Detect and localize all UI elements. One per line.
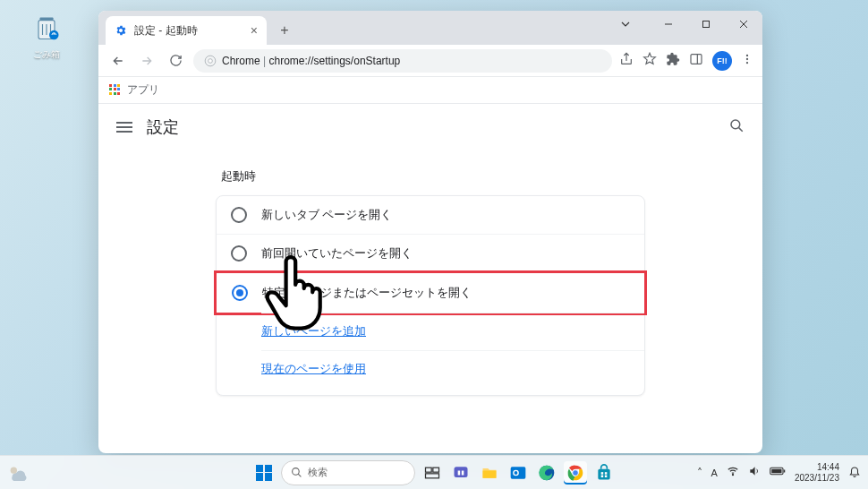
svg-point-9 bbox=[746, 54, 748, 56]
minimize-button[interactable] bbox=[650, 11, 687, 38]
new-tab-button[interactable]: + bbox=[272, 18, 297, 43]
svg-rect-31 bbox=[605, 472, 608, 475]
svg-rect-18 bbox=[433, 468, 439, 472]
extensions-icon[interactable] bbox=[666, 52, 680, 70]
chrome-icon bbox=[204, 55, 217, 67]
settings-content: 設定 起動時 新しいタブ ページを開く 前回開いていたページを開く 特定のページ… bbox=[98, 104, 762, 453]
chrome-menu-icon[interactable] bbox=[741, 53, 753, 69]
date: 2023/11/23 bbox=[795, 473, 839, 484]
option-label: 特定のページまたはページセットを開く bbox=[262, 286, 472, 301]
profile-avatar[interactable]: F!! bbox=[712, 51, 732, 71]
settings-gear-icon bbox=[115, 24, 127, 37]
svg-rect-17 bbox=[426, 468, 432, 472]
startup-card: 新しいタブ ページを開く 前回開いていたページを開く 特定のページまたはページセ… bbox=[216, 195, 645, 396]
browser-tab[interactable]: 設定 - 起動時 × bbox=[106, 16, 267, 45]
page-title: 設定 bbox=[147, 116, 179, 138]
share-icon[interactable] bbox=[619, 52, 634, 70]
svg-rect-29 bbox=[598, 468, 609, 479]
start-button[interactable] bbox=[252, 461, 276, 485]
explorer-icon[interactable] bbox=[478, 461, 501, 485]
option-continue[interactable]: 前回開いていたページを開く bbox=[217, 235, 644, 273]
svg-rect-37 bbox=[784, 470, 786, 473]
section-title: 起動時 bbox=[216, 168, 645, 184]
reload-button[interactable] bbox=[165, 50, 186, 72]
settings-search-button[interactable] bbox=[728, 117, 745, 137]
system-tray: ˄ A 14:44 2023/11/23 bbox=[697, 462, 861, 483]
chat-icon[interactable] bbox=[449, 461, 472, 485]
svg-rect-21 bbox=[483, 470, 497, 477]
address-bar: Chrome | chrome://settings/onStartup F!! bbox=[98, 45, 762, 77]
battery-icon[interactable] bbox=[770, 466, 786, 479]
address-field[interactable]: Chrome | chrome://settings/onStartup bbox=[193, 49, 612, 73]
tray-chevron-icon[interactable]: ˄ bbox=[697, 467, 702, 479]
browser-window: 設定 - 起動時 × + Chrome | chrome://settings/… bbox=[98, 11, 762, 453]
recycle-bin-icon bbox=[30, 11, 63, 43]
menu-button[interactable] bbox=[116, 119, 132, 135]
ime-indicator[interactable]: A bbox=[711, 468, 718, 478]
tab-close-icon[interactable]: × bbox=[251, 23, 258, 38]
radio-checked-icon bbox=[232, 285, 248, 301]
side-panel-icon[interactable] bbox=[689, 52, 703, 70]
svg-line-16 bbox=[298, 474, 301, 476]
radio-icon bbox=[231, 245, 247, 262]
svg-line-13 bbox=[739, 128, 743, 132]
svg-point-12 bbox=[731, 120, 740, 129]
tab-dropdown-button[interactable] bbox=[607, 11, 644, 38]
svg-rect-32 bbox=[601, 475, 604, 477]
forward-button[interactable] bbox=[136, 50, 157, 72]
taskbar: 検索 ˄ A 14:44 2023/11/23 bbox=[0, 455, 868, 489]
svg-rect-36 bbox=[771, 469, 781, 474]
edge-icon[interactable] bbox=[535, 461, 558, 485]
address-prefix: Chrome bbox=[222, 55, 260, 67]
svg-point-10 bbox=[746, 57, 748, 59]
svg-rect-30 bbox=[601, 472, 604, 475]
option-specific-pages[interactable]: 特定のページまたはページセットを開く bbox=[217, 274, 643, 312]
time: 14:44 bbox=[795, 462, 839, 473]
outlook-icon[interactable] bbox=[506, 461, 530, 485]
svg-point-24 bbox=[515, 471, 518, 475]
volume-icon[interactable] bbox=[748, 465, 761, 480]
svg-point-14 bbox=[11, 468, 17, 474]
notifications-icon[interactable] bbox=[848, 465, 861, 480]
add-new-page-link[interactable]: 新しいページを追加 bbox=[261, 313, 644, 350]
tab-title: 設定 - 起動時 bbox=[134, 23, 198, 39]
weather-widget[interactable] bbox=[7, 462, 27, 485]
radio-icon bbox=[231, 207, 247, 223]
maximize-button[interactable] bbox=[687, 11, 725, 38]
svg-rect-1 bbox=[40, 18, 54, 21]
svg-rect-7 bbox=[691, 54, 702, 64]
search-icon bbox=[291, 467, 302, 478]
svg-point-6 bbox=[208, 58, 213, 63]
svg-rect-4 bbox=[703, 21, 710, 28]
apps-grid-icon[interactable] bbox=[109, 84, 122, 97]
window-controls bbox=[607, 11, 762, 38]
use-current-pages-link[interactable]: 現在のページを使用 bbox=[261, 350, 644, 388]
bookmarks-bar: アプリ bbox=[98, 77, 762, 104]
task-view-icon[interactable] bbox=[421, 461, 444, 485]
recycle-bin-label: ごみ箱 bbox=[25, 48, 68, 61]
svg-point-15 bbox=[293, 468, 300, 476]
apps-label[interactable]: アプリ bbox=[127, 82, 159, 98]
option-label: 新しいタブ ページを開く bbox=[261, 208, 392, 223]
highlight-annotation: 特定のページまたはページセットを開く bbox=[214, 270, 647, 315]
option-label: 前回開いていたページを開く bbox=[261, 246, 413, 262]
search-placeholder: 検索 bbox=[308, 466, 328, 479]
store-icon[interactable] bbox=[592, 461, 616, 485]
chrome-taskbar-icon[interactable] bbox=[564, 461, 587, 485]
bookmark-star-icon[interactable] bbox=[642, 52, 657, 70]
option-new-tab[interactable]: 新しいタブ ページを開く bbox=[217, 196, 644, 235]
close-window-button[interactable] bbox=[725, 11, 762, 38]
svg-point-11 bbox=[746, 61, 748, 63]
wifi-icon[interactable] bbox=[727, 465, 739, 480]
svg-rect-20 bbox=[455, 467, 468, 477]
svg-point-34 bbox=[732, 475, 733, 476]
back-button[interactable] bbox=[107, 50, 129, 72]
recycle-bin[interactable]: ごみ箱 bbox=[25, 11, 68, 61]
taskbar-search[interactable]: 検索 bbox=[281, 460, 415, 485]
titlebar: 設定 - 起動時 × + bbox=[98, 11, 762, 45]
clock[interactable]: 14:44 2023/11/23 bbox=[795, 462, 839, 483]
address-url: chrome://settings/onStartup bbox=[269, 55, 401, 67]
svg-rect-19 bbox=[426, 473, 439, 477]
svg-rect-33 bbox=[605, 475, 608, 477]
